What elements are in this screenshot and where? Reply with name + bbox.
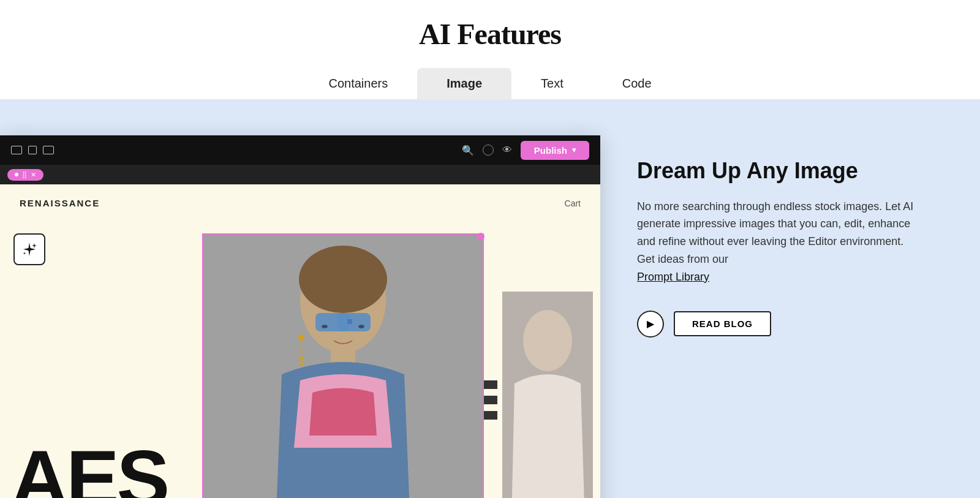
editor-toolbar: 🔍 👁 Publish ▾: [0, 135, 600, 165]
window-icon-1: [11, 146, 22, 154]
preview-icon[interactable]: [483, 145, 494, 156]
editor-canvas: RENAISSANCE Cart: [0, 184, 600, 498]
canvas-cart: Cart: [565, 198, 581, 208]
action-row: ▶ READ BLOG: [637, 311, 919, 338]
content-area: 🔍 👁 Publish ▾ ⣿ ✕ RENAISSANCE Cart: [0, 100, 980, 498]
tab-bar: Containers Image Text Code: [0, 68, 980, 99]
page-header: AI Features Containers Image Text Code: [0, 0, 980, 100]
svg-point-11: [523, 310, 572, 371]
image-selection-box: [202, 233, 484, 498]
page-title: AI Features: [0, 17, 980, 51]
canvas-big-text: AES: [11, 439, 167, 498]
selection-handle[interactable]: [477, 233, 484, 240]
canvas-nav: RENAISSANCE Cart: [0, 184, 600, 222]
sub-toolbar: ⣿ ✕: [0, 165, 600, 184]
search-icon[interactable]: 🔍: [462, 145, 474, 156]
sub-toolbar-pill: ⣿ ✕: [7, 169, 43, 181]
feature-description: No more searching through endless stock …: [637, 198, 919, 286]
pill-drag-icon: ⣿: [22, 171, 27, 179]
toolbar-left-icons: [11, 146, 54, 154]
right-panel: Dream Up Any Image No more searching thr…: [600, 129, 943, 362]
publish-chevron-icon: ▾: [572, 146, 576, 154]
feature-heading: Dream Up Any Image: [637, 159, 919, 183]
second-image: [502, 292, 593, 498]
tab-containers[interactable]: Containers: [299, 68, 417, 99]
play-button[interactable]: ▶: [637, 311, 664, 338]
toolbar-right-controls: 🔍 👁 Publish ▾: [462, 141, 589, 160]
prompt-library-link[interactable]: Prompt Library: [637, 271, 709, 283]
tab-code[interactable]: Code: [593, 68, 681, 99]
pill-close-icon[interactable]: ✕: [31, 171, 36, 179]
tab-image[interactable]: Image: [417, 68, 511, 99]
ai-sparkle-icon[interactable]: [13, 233, 45, 265]
eye-icon[interactable]: 👁: [502, 145, 512, 156]
canvas-brand: RENAISSANCE: [20, 198, 100, 208]
window-icon-3: [43, 146, 54, 154]
window-icon-2: [28, 146, 37, 154]
editor-mockup: 🔍 👁 Publish ▾ ⣿ ✕ RENAISSANCE Cart: [0, 135, 600, 498]
pill-dot: [15, 173, 18, 176]
publish-button[interactable]: Publish ▾: [521, 141, 589, 160]
tab-text[interactable]: Text: [511, 68, 593, 99]
read-blog-button[interactable]: READ BLOG: [674, 311, 771, 336]
